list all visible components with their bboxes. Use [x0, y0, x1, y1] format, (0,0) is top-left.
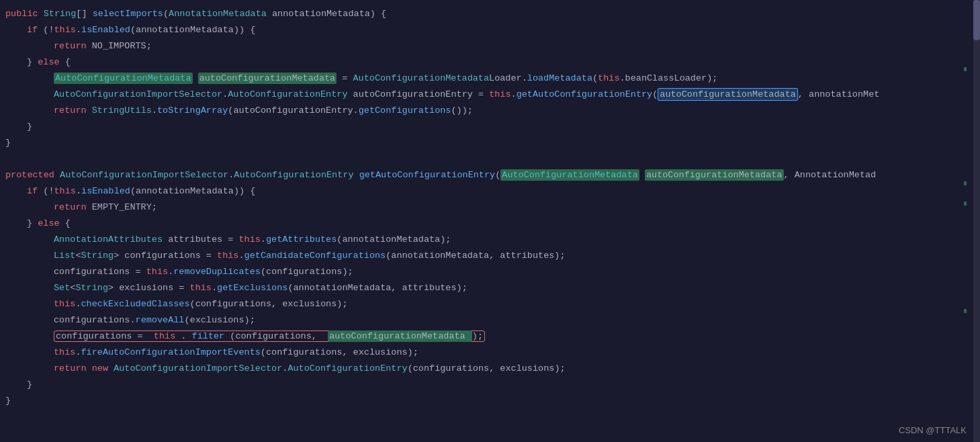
- code-line-23: return new AutoConfigurationImportSelect…: [0, 360, 980, 376]
- code-line-empty: [0, 150, 980, 167]
- code-editor: public String [] selectImports ( Annotat…: [0, 0, 980, 442]
- scrollbar[interactable]: [973, 0, 980, 442]
- marker-4: [964, 309, 967, 313]
- method-selectimports: selectImports: [93, 9, 163, 19]
- code-line-18: Set < String > exclusions = this . getEx…: [0, 279, 980, 296]
- highlight-auto-config-metadata-param: autoConfigurationMetadata: [658, 88, 798, 101]
- keyword-public: public: [5, 9, 38, 19]
- code-line-9: }: [0, 134, 980, 150]
- code-line-2: if (! this . isEnabled (annotationMetada…: [0, 21, 980, 38]
- code-line-1: public String [] selectImports ( Annotat…: [0, 5, 980, 21]
- code-line-3: return NO_IMPORTS;: [0, 38, 980, 54]
- code-line-22: this . fireAutoConfigurationImportEvents…: [0, 344, 980, 360]
- marker-2: [964, 181, 967, 185]
- highlight-param-type: AutoConfigurationMetadata: [500, 169, 639, 181]
- code-line-17: configurations = this . removeDuplicates…: [0, 263, 980, 279]
- code-line-25: }: [0, 392, 980, 408]
- code-line-24: }: [0, 376, 980, 392]
- code-line-21: configurations = this . filter (configur…: [0, 328, 980, 344]
- watermark: CSDN @TTTALK: [899, 425, 967, 435]
- minimap-markers: [969, 0, 973, 442]
- type-string: String: [44, 9, 77, 19]
- code-line-6: AutoConfigurationImportSelector . AutoCo…: [0, 86, 980, 102]
- code-line-13: return EMPTY_ENTRY;: [0, 199, 980, 215]
- code-line-5: AutoConfigurationMetadata autoConfigurat…: [0, 70, 980, 86]
- code-line-4: } else {: [0, 54, 980, 70]
- scrollbar-thumb[interactable]: [973, 0, 980, 40]
- code-line-7: return StringUtils . toStringArray (auto…: [0, 102, 980, 118]
- code-line-12: if (! this . isEnabled (annotationMetada…: [0, 183, 980, 199]
- code-line-11: protected AutoConfigurationImportSelecto…: [0, 167, 980, 183]
- marker-3: [964, 202, 967, 206]
- highlight-auto-config-metadata-var: autoConfigurationMetadata: [198, 73, 337, 84]
- marker-1: [964, 67, 967, 71]
- code-line-19: this . checkExcludedClasses (configurati…: [0, 296, 980, 312]
- highlight-filter-param: autoConfigurationMetadata: [328, 330, 472, 342]
- code-line-20: configurations. removeAll (exclusions);: [0, 312, 980, 328]
- code-line-15: AnnotationAttributes attributes = this .…: [0, 231, 980, 247]
- code-line-16: List < String > configurations = this . …: [0, 247, 980, 263]
- highlight-param-var: autoConfigurationMetadata: [645, 169, 784, 181]
- highlight-auto-config-metadata-type: AutoConfigurationMetadata: [54, 73, 193, 84]
- code-line-8: }: [0, 118, 980, 134]
- red-box-highlight: configurations = this . filter (configur…: [54, 330, 485, 342]
- keyword-protected: protected: [5, 170, 54, 180]
- code-line-14: } else {: [0, 215, 980, 231]
